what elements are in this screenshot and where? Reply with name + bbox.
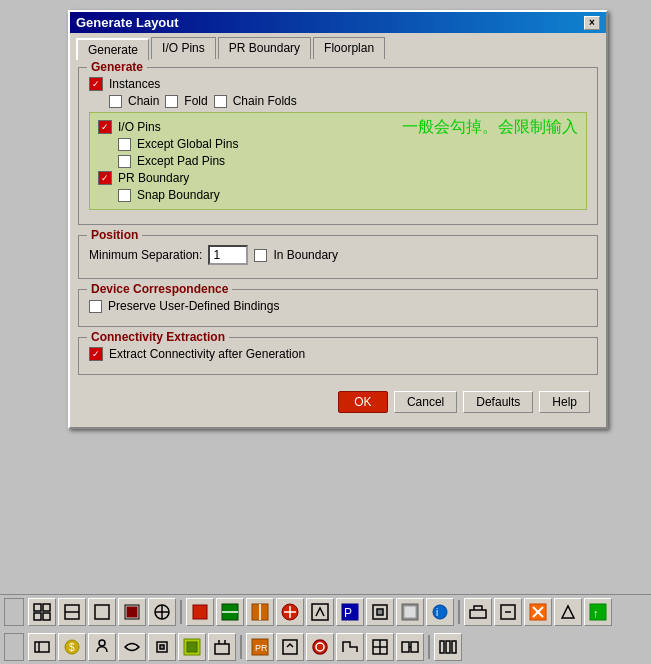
generate-legend: Generate xyxy=(87,60,147,74)
toolbar-btn-24[interactable] xyxy=(148,633,176,661)
toolbar-separator-2 xyxy=(458,600,460,624)
toolbar-btn-29[interactable] xyxy=(306,633,334,661)
position-row: Minimum Separation: In Boundary xyxy=(89,245,587,265)
toolbar-btn-26[interactable] xyxy=(208,633,236,661)
chain-checkbox[interactable] xyxy=(109,95,122,108)
toolbar-btn-6[interactable] xyxy=(186,598,214,626)
connectivity-extraction-legend: Connectivity Extraction xyxy=(87,330,229,344)
preserve-checkbox[interactable] xyxy=(89,300,102,313)
toolbar-btn-16[interactable] xyxy=(494,598,522,626)
preserve-row: Preserve User-Defined Bindings xyxy=(89,299,587,313)
svg-text:↑: ↑ xyxy=(593,607,599,619)
toolbar-btn-27[interactable]: PR xyxy=(246,633,274,661)
toolbar-btn-4[interactable] xyxy=(118,598,146,626)
svg-rect-0 xyxy=(34,604,41,611)
help-button[interactable]: Help xyxy=(539,391,590,413)
toolbar-btn-33[interactable] xyxy=(434,633,462,661)
tab-pr-boundary[interactable]: PR Boundary xyxy=(218,37,311,59)
snap-boundary-checkbox[interactable] xyxy=(118,189,131,202)
instances-label: Instances xyxy=(109,77,160,91)
tab-generate[interactable]: Generate xyxy=(76,38,149,60)
toolbar-btn-19[interactable]: ↑ xyxy=(584,598,612,626)
toolbar-btn-1[interactable] xyxy=(28,598,56,626)
toolbar-btn-30[interactable] xyxy=(336,633,364,661)
taskbar: P i xyxy=(0,594,651,664)
svg-point-50 xyxy=(313,640,327,654)
svg-text:P: P xyxy=(344,606,352,620)
toolbar-btn-15[interactable] xyxy=(464,598,492,626)
pr-boundary-label: PR Boundary xyxy=(118,171,189,185)
position-legend: Position xyxy=(87,228,142,242)
toolbar-btn-28[interactable] xyxy=(276,633,304,661)
tab-floorplan[interactable]: Floorplan xyxy=(313,37,385,59)
io-pins-checkbox[interactable]: ✓ xyxy=(98,120,112,134)
svg-rect-43 xyxy=(187,642,197,652)
dialog-title: Generate Layout xyxy=(76,15,179,30)
instances-checkbox[interactable]: ✓ xyxy=(89,77,103,91)
title-bar: Generate Layout × xyxy=(70,12,606,33)
toolbar-btn-17[interactable] xyxy=(524,598,552,626)
toolbar-btn-31[interactable] xyxy=(366,633,394,661)
min-sep-input[interactable] xyxy=(208,245,248,265)
pr-boundary-checkbox[interactable]: ✓ xyxy=(98,171,112,185)
extract-checkbox[interactable]: ✓ xyxy=(89,347,103,361)
device-correspondence-legend: Device Correspondence xyxy=(87,282,232,296)
io-pins-row: ✓ I/O Pins xyxy=(98,120,382,134)
close-button[interactable]: × xyxy=(584,16,600,30)
svg-rect-2 xyxy=(34,613,41,620)
fold-checkbox[interactable] xyxy=(165,95,178,108)
chain-row: Chain Fold Chain Folds xyxy=(109,94,587,108)
toolbar-btn-11[interactable]: P xyxy=(336,598,364,626)
toolbar-btn-23[interactable] xyxy=(118,633,146,661)
cancel-button[interactable]: Cancel xyxy=(394,391,457,413)
pr-boundary-row: ✓ PR Boundary xyxy=(98,171,382,185)
toolbar-btn-2[interactable] xyxy=(58,598,86,626)
position-section: Position Minimum Separation: In Boundary xyxy=(78,235,598,279)
chain-folds-checkbox[interactable] xyxy=(214,95,227,108)
toolbar-btn-18[interactable] xyxy=(554,598,582,626)
chain-folds-label: Chain Folds xyxy=(233,94,297,108)
fold-label: Fold xyxy=(184,94,207,108)
except-pad-row: Except Pad Pins xyxy=(118,154,382,168)
generate-section: Generate ✓ Instances Chain Fold Chain Fo… xyxy=(78,67,598,225)
toolbar-separator-3 xyxy=(240,635,242,659)
toolbar-btn-5[interactable] xyxy=(148,598,176,626)
toolbar-btn-8[interactable] xyxy=(246,598,274,626)
toolbar-btn-10[interactable] xyxy=(306,598,334,626)
svg-rect-56 xyxy=(411,642,418,652)
toolbar-btn-3[interactable] xyxy=(88,598,116,626)
toolbar-btn-13[interactable] xyxy=(396,598,424,626)
in-boundary-checkbox[interactable] xyxy=(254,249,267,262)
toolbar-btn-25[interactable] xyxy=(178,633,206,661)
except-pad-checkbox[interactable] xyxy=(118,155,131,168)
except-pad-label: Except Pad Pins xyxy=(137,154,225,168)
except-global-checkbox[interactable] xyxy=(118,138,131,151)
highlighted-io-pr: ✓ I/O Pins Except Global Pins Except Pad… xyxy=(89,112,587,210)
svg-text:$: $ xyxy=(69,642,75,653)
snap-boundary-row: Snap Boundary xyxy=(118,188,382,202)
toolbar-separator-1 xyxy=(180,600,182,624)
toolbar-btn-7[interactable] xyxy=(216,598,244,626)
toolbar-btn-9[interactable] xyxy=(276,598,304,626)
defaults-button[interactable]: Defaults xyxy=(463,391,533,413)
preserve-label: Preserve User-Defined Bindings xyxy=(108,299,279,313)
toolbar-separator-4 xyxy=(428,635,430,659)
toolbar-btn-21[interactable]: $ xyxy=(58,633,86,661)
snap-boundary-label: Snap Boundary xyxy=(137,188,220,202)
toolbar-btn-22[interactable] xyxy=(88,633,116,661)
button-bar: OK Cancel Defaults Help xyxy=(78,385,598,419)
svg-text:i: i xyxy=(436,607,438,618)
svg-rect-3 xyxy=(43,613,50,620)
svg-text:PR: PR xyxy=(255,643,268,653)
toolbar-btn-12[interactable] xyxy=(366,598,394,626)
toolbar-btn-32[interactable] xyxy=(396,633,424,661)
svg-rect-60 xyxy=(452,641,456,653)
toolbar-btn-20[interactable] xyxy=(28,633,56,661)
dialog-content: Generate ✓ Instances Chain Fold Chain Fo… xyxy=(70,59,606,427)
ok-button[interactable]: OK xyxy=(338,391,388,413)
svg-rect-37 xyxy=(35,642,49,652)
min-sep-label: Minimum Separation: xyxy=(89,248,202,262)
svg-rect-44 xyxy=(215,644,229,654)
toolbar-btn-14[interactable]: i xyxy=(426,598,454,626)
tab-io-pins[interactable]: I/O Pins xyxy=(151,37,216,59)
